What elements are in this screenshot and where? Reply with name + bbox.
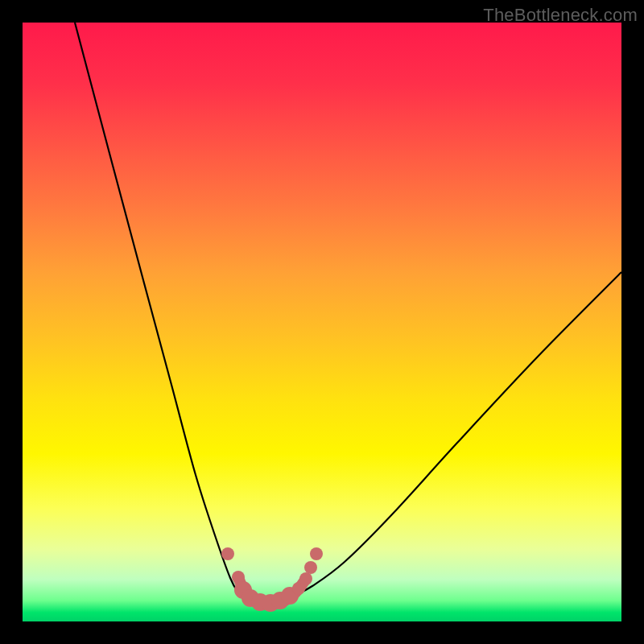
trough-marker-dot	[299, 572, 312, 585]
trough-marker-dot	[304, 561, 317, 574]
watermark-text: TheBottleneck.com	[483, 5, 638, 26]
trough-marker-dot	[310, 547, 323, 560]
plot-area	[23, 23, 621, 621]
chart-frame: TheBottleneck.com	[0, 0, 644, 644]
trough-markers-group	[221, 547, 323, 612]
curve-layer	[23, 23, 621, 621]
curve-path	[75, 23, 621, 602]
trough-marker-dot	[221, 547, 234, 560]
bottleneck-curve	[75, 23, 621, 602]
